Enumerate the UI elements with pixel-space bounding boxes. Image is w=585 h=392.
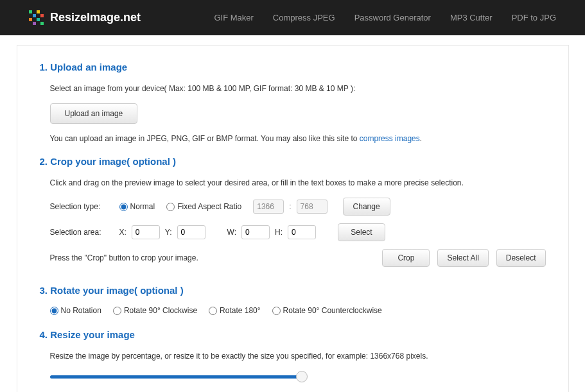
resize-slider[interactable]	[50, 371, 302, 382]
aspect-colon: :	[289, 202, 291, 211]
section-3-title: 3. Rotate your image( optional )	[40, 285, 546, 296]
radio-rotate-90cw-label: Rotate 90° Clockwise	[124, 306, 197, 315]
nav-pdf-to-jpg[interactable]: PDF to JPG	[512, 13, 556, 22]
radio-fixed-aspect[interactable]	[166, 203, 175, 211]
section-1-title: 1. Upload an image	[40, 62, 546, 72]
aspect-w-input[interactable]	[253, 200, 284, 214]
nav-password-generator[interactable]: Password Generator	[354, 13, 431, 22]
radio-fixed-aspect-label: Fixed Aspect Ratio	[177, 202, 241, 211]
slider-track	[50, 375, 302, 379]
upload-desc2-a: You can upload an image in JPEG, PNG, GI…	[50, 134, 360, 143]
radio-rotate-180[interactable]	[209, 307, 217, 315]
radio-rotate-90cw[interactable]	[113, 307, 121, 315]
nav-compress-jpeg[interactable]: Compress JPEG	[273, 13, 335, 22]
aspect-h-input[interactable]	[297, 200, 327, 214]
crop-press-desc: Press the "Crop" button to crop your ima…	[50, 253, 198, 262]
radio-no-rotation[interactable]	[50, 307, 58, 315]
radio-rotate-90ccw[interactable]	[272, 307, 281, 315]
slider-handle[interactable]	[296, 371, 308, 382]
brand-text[interactable]: ResizeImage.net	[50, 11, 141, 24]
w-input[interactable]	[241, 225, 270, 239]
logo-icon	[29, 10, 44, 25]
h-input[interactable]	[288, 225, 316, 239]
upload-button[interactable]: Upload an image	[50, 103, 138, 124]
h-label: H:	[275, 228, 283, 237]
deselect-button[interactable]: Deselect	[496, 249, 546, 267]
select-all-button[interactable]: Select All	[437, 249, 488, 267]
x-label: X:	[119, 228, 127, 237]
navbar: ResizeImage.net GIF Maker Compress JPEG …	[0, 0, 585, 35]
change-button[interactable]: Change	[343, 198, 390, 216]
section-2-title: 2. Crop your image( optional )	[40, 156, 546, 167]
y-label: Y:	[165, 228, 172, 237]
radio-rotate-90ccw-label: Rotate 90° Counterclockwise	[283, 306, 382, 315]
selection-area-label: Selection area:	[50, 228, 114, 237]
x-input[interactable]	[132, 225, 160, 239]
resize-desc: Resize the image by percentage, or resiz…	[50, 350, 546, 362]
crop-button[interactable]: Crop	[382, 249, 430, 267]
nav-mp3-cutter[interactable]: MP3 Cutter	[450, 13, 493, 22]
radio-normal-label: Normal	[130, 202, 155, 211]
radio-no-rotation-label: No Rotation	[61, 306, 101, 315]
main-container: 1. Upload an image Select an image from …	[17, 45, 569, 392]
radio-normal[interactable]	[119, 203, 128, 211]
y-input[interactable]	[177, 225, 205, 239]
section-4-title: 4. Resize your image	[40, 329, 546, 340]
upload-desc: Select an image from your device( Max: 1…	[50, 83, 546, 94]
selection-type-label: Selection type:	[50, 202, 114, 211]
nav-gif-maker[interactable]: GIF Maker	[214, 13, 253, 22]
select-button[interactable]: Select	[338, 223, 385, 241]
w-label: W:	[227, 228, 236, 237]
radio-rotate-180-label: Rotate 180°	[220, 306, 261, 315]
compress-images-link[interactable]: compress images	[360, 134, 420, 143]
crop-desc: Click and drag on the preview image to s…	[50, 177, 546, 189]
upload-desc2-b: .	[420, 134, 422, 143]
